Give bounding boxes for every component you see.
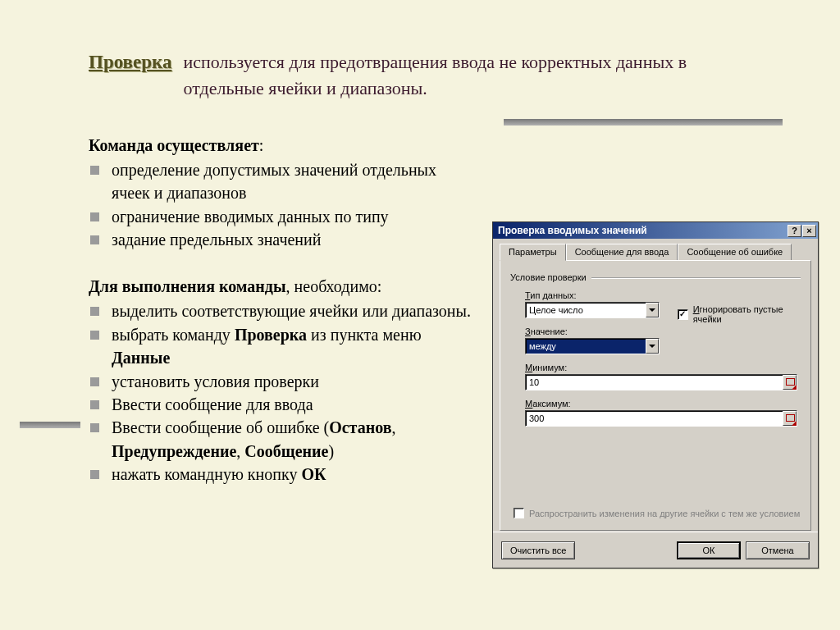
list-item: нажать командную кнопку ОК: [89, 463, 474, 486]
value-dropdown[interactable]: между: [525, 338, 660, 354]
type-label: Тип данных:: [525, 290, 801, 300]
min-label: Минимум:: [525, 363, 801, 372]
chevron-down-icon[interactable]: [646, 303, 659, 317]
page-title: Проверка: [89, 52, 171, 73]
dialog-title: Проверка вводимых значений: [498, 225, 647, 236]
range-select-icon[interactable]: [783, 375, 797, 390]
max-label: Максимум:: [525, 399, 801, 409]
tab-parameters[interactable]: Параметры: [500, 244, 566, 261]
cancel-button[interactable]: Отмена: [746, 541, 810, 559]
decorative-rule: [504, 119, 783, 126]
value-label: Значение:: [525, 326, 801, 336]
value-selected: между: [529, 341, 556, 351]
list-item: установить условия проверки: [89, 370, 474, 393]
decorative-rule: [20, 422, 80, 428]
min-input[interactable]: 10: [525, 374, 797, 390]
list-item: задание предельных значений: [89, 228, 474, 251]
propagate-label: Распространить изменения на другие ячейк…: [529, 509, 800, 518]
max-input[interactable]: 300: [525, 410, 797, 427]
close-button[interactable]: ×: [802, 225, 816, 237]
type-dropdown[interactable]: Целое число: [525, 302, 660, 318]
section-heading: Команда осуществляет:: [89, 136, 474, 155]
list-item: Ввести сообщение об ошибке (Останов, Пре…: [89, 416, 474, 463]
max-value: 300: [529, 413, 544, 423]
propagate-checkbox: [514, 508, 524, 518]
list-item: определение допустимых значений отдельны…: [89, 158, 474, 205]
type-value: Целое число: [529, 305, 583, 315]
tab-error-message[interactable]: Сообщение об ошибке: [678, 244, 792, 260]
range-select-icon[interactable]: [783, 411, 797, 426]
group-label: Условие проверки: [510, 272, 587, 282]
min-value: 10: [529, 377, 539, 387]
tab-panel-parameters: Условие проверки Тип данных: Целое число…: [500, 260, 811, 531]
help-button[interactable]: ?: [788, 225, 801, 237]
tab-input-message[interactable]: Сообщение для ввода: [566, 244, 678, 260]
bullet-list: выделить соответствующие ячейки или диап…: [89, 299, 474, 486]
dialog-titlebar[interactable]: Проверка вводимых значений ? ×: [493, 222, 818, 239]
list-item: выбрать команду Проверка из пункта меню …: [89, 323, 474, 370]
list-item: Ввести сообщение для ввода: [89, 393, 474, 416]
validation-dialog: Проверка вводимых значений ? × Параметры…: [492, 221, 819, 568]
list-item: выделить соответствующие ячейки или диап…: [89, 299, 474, 322]
list-item: ограничение вводимых данных по типу: [89, 205, 474, 228]
page-subtitle: используется для предотвращения ввода не…: [183, 49, 708, 102]
ignore-empty-label: Игнорировать пустые ячейки: [693, 304, 810, 324]
section-heading: Для выполнения команды, необходимо:: [89, 277, 474, 296]
bullet-list: определение допустимых значений отдельны…: [89, 158, 474, 252]
ok-button[interactable]: ОК: [677, 541, 741, 559]
ignore-empty-checkbox[interactable]: [678, 309, 688, 320]
clear-all-button[interactable]: Очистить все: [501, 541, 575, 559]
chevron-down-icon[interactable]: [646, 339, 659, 354]
